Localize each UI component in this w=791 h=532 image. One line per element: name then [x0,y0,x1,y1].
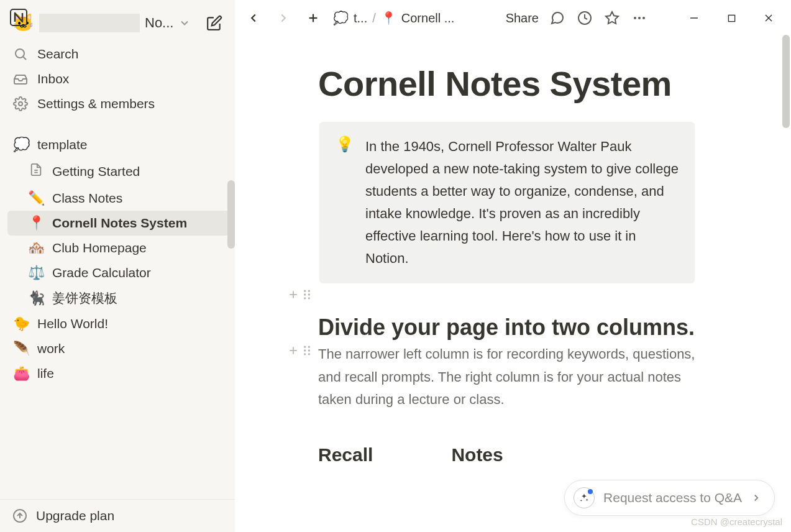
page-title[interactable]: Cornell Notes System [318,62,716,106]
upgrade-icon [12,508,27,523]
svg-rect-16 [728,15,734,21]
page-jiang-template[interactable]: 🐈‍⬛ 姜饼资模板 [0,285,235,311]
block-controls[interactable] [277,339,312,357]
sidebar-inbox-label: Inbox [37,71,69,86]
svg-point-34 [308,354,310,355]
scale-icon: ⚖️ [27,265,45,281]
upgrade-label: Upgrade plan [36,508,114,523]
chevron-down-icon [178,17,191,29]
inbox-icon [12,71,29,86]
page-grade-calculator[interactable]: ⚖️ Grade Calculator [0,260,235,285]
sparkle-icon [574,487,595,508]
svg-point-23 [304,294,306,296]
workspace-switcher[interactable]: 🐱 No... [0,7,235,42]
svg-point-14 [642,17,645,19]
app-logo [9,7,29,27]
bulb-icon: 💡 [336,135,354,270]
thought-icon: 💭 [12,137,30,153]
workspace-label: No... [145,15,173,31]
page-getting-started[interactable]: Getting Started [0,157,235,186]
compose-icon[interactable] [206,15,222,31]
svg-point-13 [638,17,641,19]
purse-icon: 👛 [12,365,30,382]
chick-icon: 🐤 [12,316,30,332]
document-icon [27,162,45,181]
sidebar-search[interactable]: Search [0,42,235,66]
column-recall-heading[interactable]: Recall [318,444,373,466]
svg-point-24 [308,294,310,296]
request-qa-button[interactable]: Request access to Q&A [564,480,775,516]
pencil-icon: ✏️ [27,190,45,206]
new-tab-button[interactable] [303,8,323,28]
page-label: Grade Calculator [52,265,151,280]
paragraph-description[interactable]: The narrower left column is for recordin… [318,343,703,410]
breadcrumb-parent[interactable]: t... [354,11,367,25]
plus-icon[interactable] [287,344,299,357]
svg-point-30 [308,346,310,348]
sidebar-scrollbar[interactable] [227,180,235,249]
column-notes-heading[interactable]: Notes [451,444,503,466]
page-template[interactable]: 💭 template [0,132,235,157]
two-column-header: Recall Notes [318,444,791,466]
drag-handle-icon[interactable] [302,344,312,357]
heading-divide[interactable]: Divide your page into two columns. [318,314,695,341]
svg-point-21 [304,290,306,292]
drag-handle-icon[interactable] [302,288,312,301]
cat-icon: 🐈‍⬛ [27,290,45,306]
window-minimize-button[interactable] [680,8,708,28]
svg-point-2 [19,102,22,106]
chevron-right-icon [751,492,762,503]
sidebar-settings-label: Settings & members [37,96,155,111]
page-club-homepage[interactable]: 🏘️ Club Homepage [0,236,235,260]
breadcrumb-page-icon: 📍 [381,11,396,25]
page-label: Getting Started [52,164,140,179]
page-label: work [37,341,65,356]
svg-point-29 [304,346,306,348]
favorite-icon[interactable] [603,9,621,27]
page-label: Club Homepage [52,241,147,255]
page-label: Class Notes [52,191,122,206]
main-scrollbar[interactable] [782,35,790,128]
more-icon[interactable] [631,9,648,27]
block-controls[interactable] [277,283,312,301]
share-button[interactable]: Share [506,11,539,25]
sidebar-search-label: Search [37,47,79,62]
updates-icon[interactable] [576,9,593,27]
page-content: Cornell Notes System 💡 In the 1940s, Cor… [235,36,791,532]
sidebar-settings[interactable]: Settings & members [0,91,235,116]
svg-point-22 [308,290,310,292]
svg-point-12 [634,17,636,19]
request-qa-label: Request access to Q&A [603,490,742,505]
main-area: 💭 t... / 📍 Cornell ... Share [235,0,791,532]
svg-line-1 [24,57,27,60]
page-label: Hello World! [37,316,108,331]
svg-point-33 [304,354,306,355]
gear-icon [12,96,29,111]
svg-point-32 [308,350,310,352]
plus-icon[interactable] [287,288,299,301]
houses-icon: 🏘️ [27,240,45,256]
comments-icon[interactable] [549,9,566,27]
workspace-name [39,14,140,32]
sidebar-inbox[interactable]: Inbox [0,66,235,91]
search-icon [12,47,29,62]
callout-text: In the 1940s, Cornell Professor Walter P… [365,135,679,270]
breadcrumb-parent-icon: 💭 [333,11,349,25]
page-work[interactable]: 🪶 work [0,336,235,361]
page-class-notes[interactable]: ✏️ Class Notes [0,186,235,211]
page-label: template [37,137,88,152]
svg-marker-11 [606,12,618,24]
breadcrumb: 💭 t... / 📍 Cornell ... [333,11,454,25]
window-maximize-button[interactable] [718,8,745,28]
nav-forward-button[interactable] [273,8,293,28]
page-hello-world[interactable]: 🐤 Hello World! [0,311,235,336]
svg-point-25 [304,298,306,300]
callout-block[interactable]: 💡 In the 1940s, Cornell Professor Walter… [319,122,695,283]
nav-back-button[interactable] [244,8,263,28]
svg-point-31 [304,350,306,352]
page-life[interactable]: 👛 life [0,361,235,386]
upgrade-plan[interactable]: Upgrade plan [0,499,235,532]
page-cornell-notes[interactable]: 📍 Cornell Notes System [7,211,230,236]
window-close-button[interactable] [755,8,782,28]
breadcrumb-page[interactable]: Cornell ... [401,11,455,25]
